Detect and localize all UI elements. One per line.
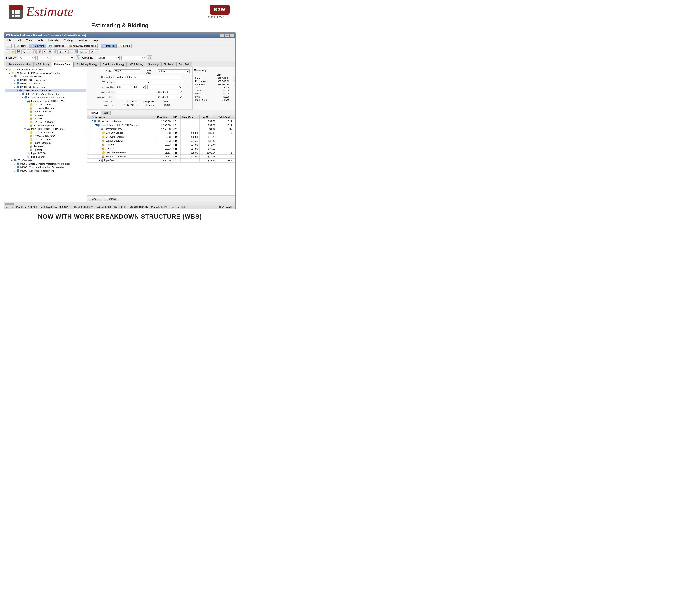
- filter-dropdown2[interactable]: [37, 56, 50, 60]
- tree-item[interactable]: 👷Excavator Operator: [5, 106, 86, 110]
- tab-summary[interactable]: Summary: [146, 62, 161, 67]
- cut-btn[interactable]: ✂: [27, 49, 31, 54]
- remove-btn[interactable]: Remove: [104, 197, 119, 201]
- taskjobcost-input[interactable]: [116, 95, 155, 99]
- print-btn[interactable]: 🖨: [21, 49, 26, 54]
- tree-toggle[interactable]: ▶: [13, 169, 16, 172]
- maximize-btn[interactable]: □: [225, 34, 229, 37]
- add3-btn[interactable]: 🔗: [53, 49, 58, 54]
- tree-toggle[interactable]: [26, 117, 29, 120]
- menu-estimate[interactable]: Estimate: [48, 39, 60, 42]
- tree-toggle[interactable]: ▼: [24, 100, 27, 103]
- resources-btn[interactable]: 👥 Resources: [47, 44, 66, 48]
- worktype-select[interactable]: [116, 80, 151, 84]
- tree-item[interactable]: ▶03 - Concrete: [5, 159, 86, 162]
- jobcost-input[interactable]: [116, 90, 155, 94]
- add1-btn[interactable]: +: [42, 49, 47, 54]
- validate-btn[interactable]: ✔: [68, 49, 73, 54]
- tree-item[interactable]: 👷Laborer: [5, 117, 86, 120]
- filter-dropdown3[interactable]: [52, 56, 74, 60]
- h-scrollbar[interactable]: [4, 202, 235, 205]
- tree-item[interactable]: 📎Pipe, PVC 06": [5, 152, 86, 155]
- paste-btn[interactable]: 📌: [37, 49, 42, 54]
- settings-btn[interactable]: ⚙: [89, 49, 94, 54]
- tab-wbs-listing[interactable]: WBS Listing: [33, 62, 51, 67]
- open-btn[interactable]: 📂: [11, 49, 16, 54]
- item-wbs-btn[interactable]: 📦 Item/WBS Databases: [67, 44, 98, 48]
- tab-wbs-pricing[interactable]: WBS Pricing: [127, 62, 145, 67]
- tree-toggle[interactable]: [24, 152, 27, 155]
- description-input[interactable]: [116, 75, 181, 79]
- tab-audit-trail[interactable]: Audit Trail: [176, 62, 192, 67]
- bid-extra-select[interactable]: [147, 85, 182, 89]
- code-input[interactable]: [114, 69, 140, 73]
- tree-toggle[interactable]: ▶: [10, 159, 14, 162]
- menu-view[interactable]: View: [25, 39, 33, 42]
- tree-toggle[interactable]: [26, 131, 29, 134]
- tree-toggle[interactable]: ▶: [13, 162, 16, 166]
- tree-item[interactable]: 🟡CAT 560 Loader: [5, 103, 86, 106]
- table-row[interactable]: ⊟🚜 Pipe Crew 2,500.00 LF $23.53 $51...: [87, 159, 235, 162]
- minimize-btn[interactable]: —: [220, 34, 224, 37]
- tree-item[interactable]: 🟡CAT 560 Loader: [5, 138, 86, 141]
- table-row[interactable]: 👷 Excavator Operator 15.63 HR $23.00 $40…: [87, 135, 235, 139]
- tree-toggle[interactable]: [26, 120, 29, 124]
- table-row[interactable]: 🟡 CAT 550 Excavator 15.63 HR $75.00 $109…: [87, 151, 235, 155]
- save-btn[interactable]: 💾: [16, 49, 21, 54]
- tree-item[interactable]: 📎Bedding 3/4": [5, 155, 86, 159]
- tree-item[interactable]: 👷Foreman: [5, 145, 86, 148]
- tree-toggle[interactable]: [24, 155, 27, 158]
- tab-bid-form[interactable]: Bid Form: [161, 62, 176, 67]
- metric-btn[interactable]: 📏 Metric: [117, 44, 132, 48]
- tab-distribution[interactable]: Distribution Strategy: [100, 62, 127, 67]
- tree-toggle[interactable]: ▼: [16, 89, 19, 92]
- tree-toggle[interactable]: [26, 148, 29, 151]
- table-row[interactable]: ⊟🔵 Site Water Distribution 2,500.00 LF $…: [87, 119, 235, 123]
- tree-item[interactable]: 👷Excavator Operator: [5, 124, 86, 127]
- menu-window[interactable]: Window: [77, 39, 88, 42]
- calc-btn[interactable]: 🔢: [74, 49, 78, 54]
- table-row[interactable]: 🟡 CAT 560 Loader 15.63 HR $55.00 $87.04 …: [87, 131, 235, 135]
- tree-item[interactable]: ▼02510 - Water Distribution: [5, 89, 86, 92]
- group-dropdown[interactable]: (None): [96, 56, 120, 60]
- tab-estimate-detail[interactable]: Estimate Detail: [52, 62, 74, 67]
- table-row[interactable]: 👷 Foreman 15.63 HR $24.00 $42.74: [87, 143, 235, 147]
- tree-item[interactable]: 👷Loader Operator: [5, 110, 86, 113]
- menu-help[interactable]: Help: [92, 39, 99, 42]
- tree-toggle[interactable]: ▼: [18, 92, 21, 95]
- tree-item[interactable]: ▼02500 - Utility Services: [5, 85, 86, 89]
- menu-costing[interactable]: Costing: [63, 39, 74, 42]
- table-row[interactable]: ⊟🔵 Furnish And Install 6" PVC Waterline …: [87, 123, 235, 127]
- h-scrollbar-thumb[interactable]: [5, 203, 14, 205]
- tree-toggle[interactable]: [26, 138, 29, 141]
- tree-item[interactable]: ▶02300 - Earthwork: [5, 82, 86, 85]
- tree-toggle[interactable]: [26, 103, 29, 106]
- tree-item[interactable]: 👷Foreman: [5, 113, 86, 117]
- tree-toggle[interactable]: ▼: [10, 75, 14, 78]
- back-btn[interactable]: ⬅: [6, 44, 12, 48]
- tree-item[interactable]: ▼📁CSI Master List Work Breakdown Structu…: [5, 71, 86, 75]
- group-dropdown2[interactable]: [121, 56, 145, 60]
- tree-toggle[interactable]: ▼: [21, 96, 24, 99]
- estimate-btn[interactable]: 📋 Estimate: [29, 44, 46, 48]
- tree-item[interactable]: ▶03050 - Basic Concrete Materials And Me…: [5, 162, 86, 166]
- tree-toggle[interactable]: ▼: [5, 68, 8, 71]
- group-icon-btn[interactable]: 📋: [147, 56, 152, 60]
- chart-btn[interactable]: 📈: [84, 49, 89, 54]
- bid-quantity-input[interactable]: [116, 85, 131, 89]
- tree-item[interactable]: ▼🚜Pipe Crew (150.00 LF/DY, 0.0...: [5, 127, 86, 131]
- filter-icon-btn[interactable]: 🔍: [76, 56, 81, 60]
- tree-toggle[interactable]: [26, 141, 29, 145]
- table-row[interactable]: 👷 Laborer 15.63 HR $17.50 $34.11: [87, 147, 235, 151]
- tree-toggle[interactable]: [26, 124, 29, 127]
- tree-item[interactable]: ▼02200 - Site Preparation: [5, 78, 86, 82]
- tree-toggle[interactable]: [13, 166, 16, 169]
- tree-item[interactable]: ▶03200 - Concrete Reiforcement: [5, 169, 86, 173]
- tree-toggle[interactable]: ▶: [13, 82, 16, 85]
- locktype-select[interactable]: (None): [158, 69, 190, 73]
- tree-toggle[interactable]: ▼: [13, 79, 16, 82]
- table-row[interactable]: ⊟🚜 Excavation Crew 1,250.00 CY $4.92 $s.…: [87, 127, 235, 131]
- tree-item[interactable]: 👷Loader Operator: [5, 141, 86, 145]
- filter-dropdown[interactable]: All: [18, 56, 36, 60]
- tab-bid-pricing[interactable]: Bid Pricing Strategy: [74, 62, 100, 67]
